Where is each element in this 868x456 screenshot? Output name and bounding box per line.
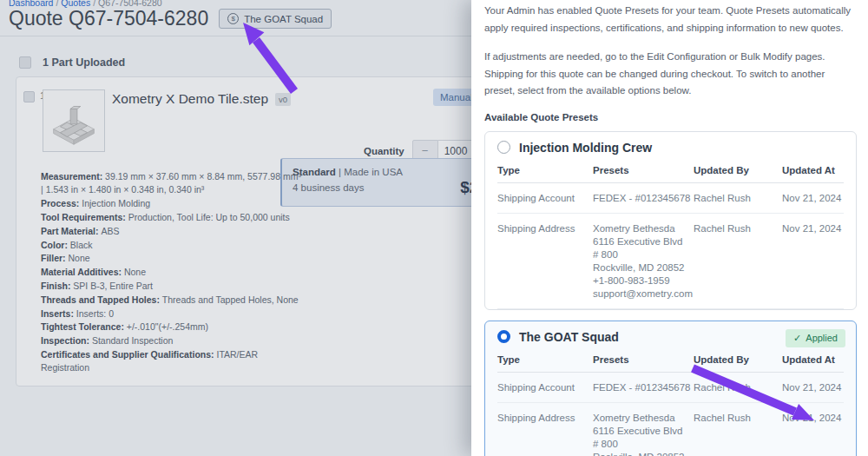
preset-card-injection-molding-crew[interactable]: Injection Molding Crew Type Presets Upda… xyxy=(484,131,857,310)
cell-updated-by: Rachel Rush xyxy=(694,214,782,309)
column-header-updated-by: Updated By xyxy=(694,162,782,183)
cell-preset-address: Xometry Bethesda 6116 Executive Blvd # 8… xyxy=(593,403,694,456)
cell-updated-by: Rachel Rush xyxy=(694,373,782,403)
column-header-type: Type xyxy=(497,351,593,373)
preset-table: Type Presets Updated By Updated At Shipp… xyxy=(497,162,844,309)
available-presets-label: Available Quote Presets xyxy=(484,112,857,122)
cell-updated-at: Nov 21, 2024 xyxy=(782,373,844,403)
preset-card-the-goat-squad[interactable]: The GOAT Squad ✓ Applied Type Presets Up… xyxy=(484,321,857,456)
cell-updated-by: Rachel Rush xyxy=(694,183,782,214)
cell-type: Shipping Account xyxy=(497,373,593,403)
column-header-updated-at: Updated At xyxy=(782,351,844,373)
cell-updated-at: Nov 21, 2024 xyxy=(782,214,844,309)
cell-preset-address: Xometry Bethesda 6116 Executive Blvd # 8… xyxy=(593,214,694,309)
column-header-type: Type xyxy=(497,162,593,183)
preset-radio-selected[interactable] xyxy=(497,330,510,343)
check-icon: ✓ xyxy=(793,333,801,344)
column-header-updated-by: Updated By xyxy=(694,351,782,373)
preset-radio-unselected[interactable] xyxy=(497,141,510,154)
modal-intro-paragraph-1: Your Admin has enabled Quote Presets for… xyxy=(484,3,857,36)
preset-name: The GOAT Squad xyxy=(519,330,619,344)
cell-preset: FEDEX - #012345678 xyxy=(593,183,694,214)
column-header-presets: Presets xyxy=(593,351,694,373)
column-header-presets: Presets xyxy=(593,162,694,183)
preset-name: Injection Molding Crew xyxy=(519,141,652,155)
preset-table: Type Presets Updated By Updated At Shipp… xyxy=(497,351,844,456)
applied-badge-label: Applied xyxy=(806,333,838,343)
cell-preset: FEDEX - #012345678 xyxy=(593,373,694,403)
cell-type: Shipping Address xyxy=(497,403,593,456)
cell-updated-by: Rachel Rush xyxy=(694,403,782,456)
quote-presets-modal: Your Admin has enabled Quote Presets for… xyxy=(471,0,868,456)
cell-type: Shipping Account xyxy=(497,183,593,214)
modal-intro-paragraph-2: If adjustments are needed, go to the Edi… xyxy=(484,49,857,100)
applied-status-badge: ✓ Applied xyxy=(786,329,845,347)
column-header-updated-at: Updated At xyxy=(782,162,844,183)
cell-type: Shipping Address xyxy=(497,214,593,309)
cell-updated-at: Nov 21, 2024 xyxy=(782,403,844,456)
cell-updated-at: Nov 21, 2024 xyxy=(782,183,844,214)
